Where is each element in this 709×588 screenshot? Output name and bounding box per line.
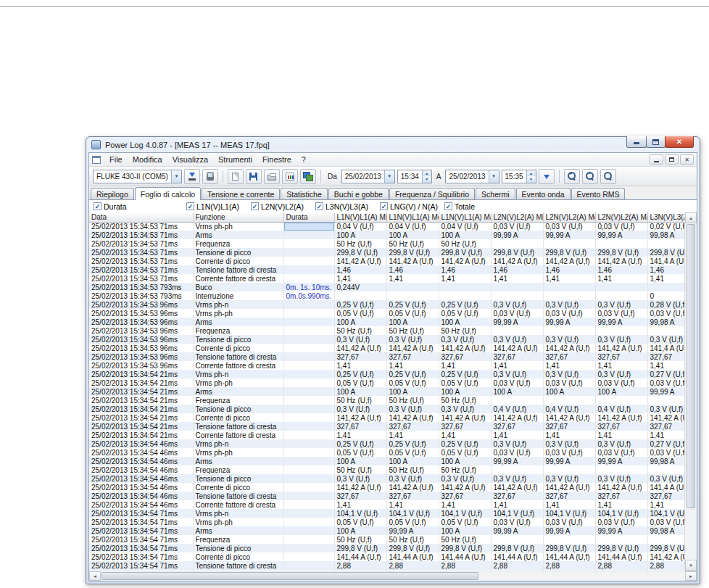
cell-value[interactable]: 50 Hz (U,f) [439, 535, 491, 544]
cell-durata[interactable] [283, 492, 334, 500]
cell-durata[interactable] [283, 326, 334, 335]
cell-value[interactable]: 141,42 A (U,f) [595, 413, 647, 422]
cell-date[interactable]: 25/02/2013 15:34:53 96ms [89, 335, 193, 344]
cell-function[interactable]: Frequenza [193, 465, 283, 474]
cell-value[interactable]: 0,4 V (U,f) [543, 405, 595, 413]
cell-date[interactable]: 25/02/2013 15:34:54 46ms [89, 492, 193, 500]
cell-value[interactable]: 1,41 [647, 274, 684, 283]
cell-value[interactable]: 327,67 [543, 422, 595, 431]
cell-value[interactable]: 1,46 [647, 265, 684, 274]
cell-durata[interactable] [283, 318, 334, 326]
cell-function[interactable]: Tensione fattore di cresta [193, 352, 283, 361]
cell-value[interactable] [491, 326, 543, 335]
cell-value[interactable]: 0,27 V (U,f) [647, 370, 684, 378]
cell-durata[interactable] [283, 387, 334, 396]
cell-value[interactable]: 141,42 A (U,f) [491, 483, 543, 492]
cell-value[interactable]: 141,42 A (U,f) [439, 344, 491, 352]
cell-value[interactable]: 0,03 V (U,f) [647, 518, 684, 526]
cell-function[interactable]: Vrms ph-ph [193, 222, 283, 231]
cell-value[interactable]: 0,03 V (U,f) [595, 448, 647, 457]
mdi-close-button[interactable]: ✕ [680, 154, 694, 165]
cell-function[interactable]: Corrente di picco [193, 344, 283, 352]
cell-value[interactable]: 0,05 V (U,f) [334, 309, 386, 318]
cell-value[interactable]: 50 Hz (U,f) [386, 326, 439, 335]
cell-value[interactable]: 100 A [439, 526, 491, 535]
cell-value[interactable]: 141,42 A (U,f) [334, 413, 386, 422]
cell-value[interactable] [647, 465, 684, 474]
tab-evento-rms[interactable]: Evento RMS [571, 188, 626, 199]
zoom-in-button[interactable]: + [564, 169, 580, 184]
cell-value[interactable]: 100 A [386, 387, 439, 396]
cell-durata[interactable] [283, 518, 334, 526]
cell-value[interactable]: 0,02 V (U,f) [647, 222, 684, 231]
cell-value[interactable]: 299,8 V (U,f) [439, 544, 491, 552]
download-data-button[interactable] [184, 169, 200, 184]
cell-date[interactable]: 25/02/2013 15:34:53 71ms [89, 239, 193, 248]
cell-value[interactable]: 104,1 V (U,f) [647, 509, 684, 518]
cell-value[interactable]: 1,41 [491, 274, 543, 283]
apply-interval-button[interactable] [539, 169, 555, 184]
cell-value[interactable]: 0,25 V (U,f) [334, 439, 386, 448]
cell-value[interactable]: 327,67 [386, 352, 439, 361]
cell-value[interactable]: 2,88 [386, 561, 439, 570]
cell-value[interactable]: 0,25 V (U,f) [334, 300, 386, 309]
to-date-select[interactable]: 25/02/2013 ▼ [445, 170, 499, 183]
new-file-button[interactable] [228, 169, 244, 184]
cell-value[interactable]: 50 Hz (U,f) [386, 465, 439, 474]
horizontal-scrollbar[interactable]: ◄ ► [89, 571, 697, 581]
cell-value[interactable]: 0,25 V (U,f) [334, 370, 386, 378]
cell-value[interactable]: 0,03 V (U,f) [543, 309, 595, 318]
cell-value[interactable] [491, 465, 543, 474]
cell-value[interactable]: 141,42 A (U,f) [647, 552, 684, 561]
cell-value[interactable]: 0,03 V (U,f) [491, 309, 543, 318]
cell-value[interactable]: 327,67 [439, 492, 491, 500]
cell-value[interactable]: 1,46 [543, 265, 595, 274]
cell-durata[interactable] [283, 526, 334, 535]
cell-value[interactable]: 299,8 V (U,f) [334, 544, 386, 552]
cell-value[interactable]: 50 Hz (U,f) [439, 465, 491, 474]
cell-value[interactable]: 141,42 A (U,f) [386, 413, 439, 422]
cell-value[interactable]: 327,67 [491, 352, 543, 361]
cell-value[interactable] [647, 396, 684, 405]
filter-l1n-v-l1-a[interactable]: ✓L1N(V)L1(A) [186, 202, 251, 211]
cell-value[interactable]: 0,3 V (U,f) [595, 335, 647, 344]
menu-item-file[interactable]: File [104, 154, 128, 165]
cell-value[interactable]: 1,41 [386, 500, 439, 509]
cell-value[interactable]: 0,3 V (U,f) [647, 405, 684, 413]
cell-value[interactable]: 0,03 V (U,f) [543, 518, 595, 526]
menu-item-modifica[interactable]: Modifica [128, 154, 167, 165]
cell-durata[interactable] [283, 352, 334, 361]
cell-value[interactable]: 0,3 V (U,f) [491, 474, 543, 483]
cell-value[interactable]: 0,05 V (U,f) [386, 518, 439, 526]
cell-function[interactable]: Vrms ph-n [193, 370, 283, 378]
cell-value[interactable]: 327,67 [439, 352, 491, 361]
from-time-spinner[interactable]: 15:34 ▲▼ [397, 170, 432, 183]
cell-date[interactable]: 25/02/2013 15:34:54 46ms [89, 500, 193, 509]
cell-date[interactable]: 25/02/2013 15:34:53 71ms [89, 231, 193, 239]
cell-function[interactable]: Arms [193, 318, 283, 326]
cell-function[interactable]: Frequenza [193, 239, 283, 248]
cell-function[interactable]: Frequenza [193, 535, 283, 544]
cell-durata[interactable] [283, 448, 334, 457]
column-header-l1n-v-l1-a-med[interactable]: L1N(V)L1(A) Med [386, 212, 439, 222]
cell-value[interactable]: 0,05 V (U,f) [439, 518, 491, 526]
cell-durata[interactable] [283, 231, 334, 239]
cell-function[interactable]: Buco [193, 283, 283, 291]
cell-function[interactable]: Corrente fattore di cresta [193, 500, 283, 509]
cell-function[interactable]: Tensione fattore di cresta [193, 422, 283, 431]
tab-schermi[interactable]: Schermi [476, 188, 515, 199]
mdi-minimize-button[interactable] [650, 154, 663, 165]
cell-function[interactable]: Corrente di picco [193, 413, 283, 422]
cell-value[interactable]: 1,41 [543, 500, 595, 509]
cell-value[interactable]: 2,88 [595, 561, 647, 570]
cell-value[interactable]: 99,99 A [647, 387, 684, 396]
cell-value[interactable]: 0,3 V (U,f) [595, 439, 647, 448]
cell-date[interactable]: 25/02/2013 15:34:53 71ms [89, 274, 193, 283]
cell-date[interactable]: 25/02/2013 15:34:53 96ms [89, 309, 193, 318]
spin-up-icon[interactable]: ▲ [423, 170, 431, 177]
cell-function[interactable]: Tensione di picco [193, 405, 283, 413]
cell-value[interactable]: 1,41 [334, 500, 386, 509]
cell-value[interactable]: 0,04 V (U,f) [334, 222, 386, 231]
cell-value[interactable]: 99,99 A [543, 231, 595, 239]
minimize-button[interactable] [626, 136, 647, 148]
